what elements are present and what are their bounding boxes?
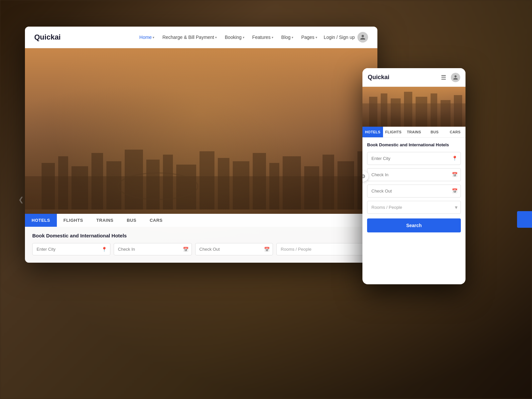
mobile-tab-cars[interactable]: CARS [445, 127, 466, 137]
checkin-field: 📅 [114, 243, 192, 255]
mobile-city-input[interactable] [367, 152, 461, 165]
svg-rect-29 [454, 95, 462, 127]
svg-rect-15 [283, 156, 301, 209]
mobile-search-tabs: HOTELS FLIGHTS TRAINS BUS CARS [362, 127, 466, 138]
calendar-icon: 📅 [183, 247, 189, 252]
desktop-search-body: Book Domestic and International Hotels 📍… [25, 227, 377, 263]
nav-item-booking[interactable]: Booking ▾ [225, 35, 244, 40]
svg-rect-8 [163, 155, 173, 209]
rooms-field: Rooms / People 1 Room / 1 Person 1 Room … [276, 243, 370, 255]
mobile-tab-hotels[interactable]: HOTELS [362, 127, 383, 137]
tab-flights[interactable]: FLIGHTS [57, 214, 90, 227]
desktop-search-panel: HOTELS FLIGHTS TRAINS BUS CARS Book Dome… [25, 214, 377, 263]
login-button[interactable]: Login / Sign up [324, 32, 368, 43]
svg-rect-11 [218, 158, 229, 209]
chevron-down-icon: ▾ [316, 36, 317, 39]
chevron-down-icon: ▾ [292, 36, 293, 39]
nav-item-blog[interactable]: Blog ▾ [281, 35, 293, 40]
search-title: Book Domestic and International Hotels [32, 233, 370, 238]
svg-rect-2 [58, 156, 68, 209]
svg-rect-4 [91, 153, 103, 209]
desktop-nav-links: Home ▾ Recharge & Bill Payment ▾ Booking… [139, 35, 317, 40]
desktop-search-fields: 📍 📅 📅 Rooms / People 1 Room / 1 Person [32, 243, 370, 255]
svg-rect-14 [269, 163, 279, 209]
nav-item-home[interactable]: Home ▾ [139, 35, 154, 40]
mobile-tab-trains[interactable]: TRAINS [404, 127, 424, 137]
tab-trains[interactable]: TRAINS [90, 214, 120, 227]
svg-rect-22 [369, 97, 377, 127]
checkout-field: 📅 [195, 243, 273, 255]
mobile-checkout-input[interactable] [367, 185, 461, 198]
svg-rect-17 [323, 155, 334, 209]
nav-link-booking[interactable]: Booking ▾ [225, 35, 244, 40]
svg-rect-6 [125, 150, 143, 209]
mobile-logo: Quickai [368, 74, 441, 81]
mobile-calendar-checkout-icon: 📅 [452, 188, 458, 194]
svg-rect-3 [71, 166, 88, 209]
svg-rect-10 [200, 151, 214, 209]
svg-rect-18 [337, 161, 354, 209]
svg-rect-5 [106, 161, 121, 209]
desktop-hero: HOTELS FLIGHTS TRAINS BUS CARS Book Dome… [25, 48, 377, 263]
svg-rect-9 [176, 165, 196, 209]
desktop-navbar: Quickai Home ▾ Recharge & Bill Payment ▾… [25, 27, 377, 48]
left-edge-indicator: ❮ [18, 196, 24, 203]
desktop-window: Quickai Home ▾ Recharge & Bill Payment ▾… [25, 27, 377, 263]
city-skyline-illustration [25, 143, 377, 209]
svg-rect-28 [441, 100, 451, 127]
chevron-down-icon: ▾ [272, 36, 273, 39]
checkout-input[interactable] [195, 243, 273, 255]
desktop-logo: Quickai [34, 33, 61, 42]
svg-rect-12 [233, 161, 249, 209]
chevron-down-icon: ▾ [215, 36, 217, 39]
mobile-rooms-field: Rooms / People 1 Room / 1 Person 1 Room … [367, 201, 461, 214]
mobile-city-skyline [362, 87, 466, 127]
city-field: 📍 [32, 243, 110, 255]
mobile-tab-bus[interactable]: BUS [424, 127, 445, 137]
mobile-tab-flights[interactable]: FLIGHTS [383, 127, 404, 137]
right-edge-button[interactable] [517, 211, 532, 228]
mobile-checkin-field: 📅 [367, 168, 461, 181]
mobile-checkin-input[interactable] [367, 168, 461, 181]
desktop-search-tabs: HOTELS FLIGHTS TRAINS BUS CARS [25, 214, 377, 227]
rooms-select[interactable]: Rooms / People 1 Room / 1 Person 1 Room … [276, 243, 370, 255]
nav-link-recharge[interactable]: Recharge & Bill Payment ▾ [162, 35, 217, 40]
mobile-hero [362, 87, 466, 127]
city-input[interactable] [32, 243, 110, 255]
mobile-search-button[interactable]: Search [367, 218, 461, 232]
mobile-calendar-checkin-icon: 📅 [452, 172, 458, 177]
mobile-window: ⚙ Quickai ☰ HOTELS FLIGHTS TRAINS BUS CA… [362, 68, 466, 284]
tab-cars[interactable]: CARS [143, 214, 169, 227]
tab-bus[interactable]: BUS [120, 214, 143, 227]
nav-link-home[interactable]: Home ▾ [139, 35, 154, 40]
nav-link-features[interactable]: Features ▾ [252, 35, 273, 40]
svg-rect-26 [416, 97, 427, 127]
mobile-navbar: Quickai ☰ [362, 68, 466, 87]
svg-rect-1 [42, 163, 55, 209]
tab-hotels[interactable]: HOTELS [25, 214, 57, 227]
svg-rect-13 [253, 153, 266, 209]
svg-rect-23 [381, 93, 387, 127]
svg-rect-27 [431, 93, 437, 127]
chevron-down-icon: ▾ [243, 36, 244, 39]
nav-item-features[interactable]: Features ▾ [252, 35, 273, 40]
nav-item-pages[interactable]: Pages ▾ [301, 35, 317, 40]
mobile-location-icon: 📍 [452, 156, 458, 161]
checkin-input[interactable] [114, 243, 192, 255]
mobile-avatar[interactable] [451, 73, 460, 82]
nav-item-recharge[interactable]: Recharge & Bill Payment ▾ [162, 35, 217, 40]
mobile-search-body: Book Domestic and International Hotels 📍… [362, 138, 466, 237]
mobile-rooms-select[interactable]: Rooms / People 1 Room / 1 Person 1 Room … [367, 201, 461, 214]
avatar [357, 32, 368, 43]
svg-rect-25 [404, 92, 412, 127]
mobile-city-field: 📍 [367, 152, 461, 165]
mobile-search-title: Book Domestic and International Hotels [367, 142, 461, 148]
svg-rect-16 [304, 166, 319, 209]
nav-link-pages[interactable]: Pages ▾ [301, 35, 317, 40]
calendar-icon: 📅 [264, 247, 270, 252]
location-icon: 📍 [101, 247, 107, 252]
mobile-checkout-field: 📅 [367, 185, 461, 198]
nav-link-blog[interactable]: Blog ▾ [281, 35, 293, 40]
svg-rect-24 [391, 98, 401, 127]
hamburger-menu-icon[interactable]: ☰ [441, 74, 446, 81]
